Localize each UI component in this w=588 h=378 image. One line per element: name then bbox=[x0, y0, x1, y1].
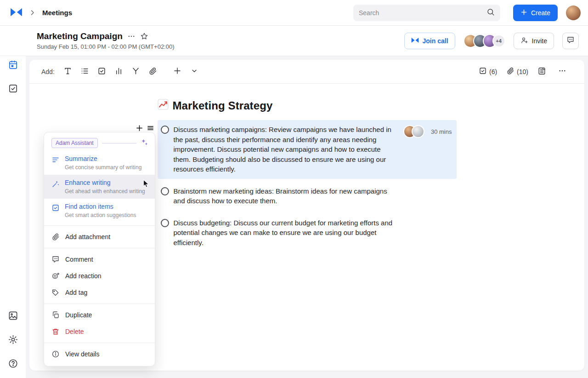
image-icon bbox=[8, 310, 18, 322]
checklist-item[interactable]: Brainstorm new marketing ideas: Brainsto… bbox=[158, 182, 457, 211]
invite-button[interactable]: Invite bbox=[514, 33, 554, 49]
checkbox-icon bbox=[51, 204, 60, 213]
checkbox-icon bbox=[97, 67, 106, 77]
tasks-count: (6) bbox=[489, 68, 497, 75]
paperclip-icon bbox=[51, 233, 60, 241]
chat-bubble-icon bbox=[566, 36, 575, 46]
menu-item-add-reaction[interactable]: Add reaction bbox=[44, 268, 155, 284]
checklist-item-text[interactable]: Discuss budgeting: Discuss our current b… bbox=[174, 218, 396, 248]
menu-item-delete[interactable]: Delete bbox=[44, 323, 155, 340]
paperclip-icon bbox=[148, 67, 157, 77]
add-text-button[interactable] bbox=[61, 65, 75, 79]
add-poll-button[interactable] bbox=[112, 65, 126, 79]
add-list-button[interactable] bbox=[78, 65, 92, 79]
menu-item-description: Get concise summary of writing bbox=[65, 164, 141, 171]
attachments-count-button[interactable]: (10) bbox=[503, 67, 531, 76]
app-logo[interactable] bbox=[10, 7, 23, 18]
duplicate-icon bbox=[51, 311, 60, 319]
meeting-schedule: Sunday Feb 15, 01:00 PM - 02:00 PM (GMT+… bbox=[37, 43, 175, 50]
add-branch-button[interactable] bbox=[129, 65, 143, 79]
drag-handle[interactable] bbox=[147, 124, 155, 132]
calendar-icon bbox=[8, 59, 18, 71]
sidebar-item-media[interactable] bbox=[6, 310, 19, 323]
checkbox-circle[interactable] bbox=[161, 219, 169, 227]
checklist-item-text[interactable]: Discuss marketing campaigns: Review camp… bbox=[174, 125, 396, 174]
participant-overflow-badge[interactable]: +4 bbox=[492, 34, 505, 47]
sidebar-item-help[interactable] bbox=[6, 358, 19, 371]
checklist-item[interactable]: Discuss budgeting: Discuss our current b… bbox=[158, 213, 457, 252]
editor-more-button[interactable] bbox=[555, 65, 569, 79]
meeting-more-button[interactable] bbox=[127, 32, 136, 40]
attachments-count: (10) bbox=[517, 68, 528, 75]
chart-increasing-icon bbox=[158, 99, 169, 113]
magic-wand-icon bbox=[51, 180, 60, 189]
menu-item-enhance-writing[interactable]: Enhance writing Get ahead with enhanced … bbox=[44, 175, 155, 199]
document-heading[interactable]: Marketing Strategy bbox=[158, 99, 457, 113]
checkbox-circle[interactable] bbox=[161, 126, 169, 134]
bar-chart-icon bbox=[114, 67, 123, 77]
checkbox-circle[interactable] bbox=[161, 187, 169, 195]
create-button-label: Create bbox=[531, 9, 550, 17]
search-icon bbox=[486, 8, 495, 18]
search-box[interactable] bbox=[353, 5, 500, 21]
create-button[interactable]: Create bbox=[513, 5, 558, 21]
breadcrumb-chevron-icon[interactable] bbox=[29, 9, 36, 16]
sidebar-item-tasks[interactable] bbox=[6, 83, 19, 96]
menu-item-label: Add reaction bbox=[65, 272, 102, 280]
assistant-chip: Adam Assistant bbox=[51, 138, 98, 148]
menu-item-label: Summarize bbox=[65, 155, 97, 162]
user-avatar[interactable] bbox=[566, 6, 581, 20]
editor-toolbar: Add: bbox=[29, 60, 584, 84]
menu-item-label: Find action items bbox=[65, 203, 113, 210]
meeting-header: Marketing Campaign Sunday Feb 15, 01:00 … bbox=[0, 26, 588, 56]
menu-item-duplicate[interactable]: Duplicate bbox=[44, 307, 155, 323]
search-input[interactable] bbox=[359, 9, 486, 17]
sidebar-item-meetings[interactable] bbox=[6, 59, 19, 72]
menu-item-view-details[interactable]: View details bbox=[44, 346, 155, 362]
dots-horizontal-icon bbox=[558, 67, 566, 76]
menu-item-add-tag[interactable]: Add tag bbox=[44, 284, 155, 301]
invite-label: Invite bbox=[532, 37, 547, 45]
sidebar-item-settings[interactable] bbox=[6, 334, 19, 347]
menu-item-description: Get smart action suggestions bbox=[65, 212, 136, 218]
favorite-star-button[interactable] bbox=[140, 32, 148, 40]
add-block-dropdown[interactable] bbox=[187, 65, 201, 79]
notes-template-button[interactable] bbox=[535, 65, 548, 79]
join-call-button[interactable]: Join call bbox=[404, 33, 455, 49]
add-block-button[interactable] bbox=[170, 65, 184, 79]
bullet-list-icon bbox=[80, 67, 89, 77]
menu-item-summarize[interactable]: Summarize Get concise summary of writing bbox=[44, 151, 155, 175]
comment-icon bbox=[51, 255, 60, 263]
item-duration: 30 mins bbox=[431, 128, 452, 135]
text-icon bbox=[63, 67, 72, 77]
person-plus-icon bbox=[520, 36, 528, 46]
checklist-item-meta: 30 mins bbox=[398, 125, 452, 138]
meeting-chat-button[interactable] bbox=[562, 33, 579, 49]
add-attachment-button[interactable] bbox=[146, 65, 160, 79]
block-handles bbox=[136, 124, 155, 132]
participant-avatars[interactable]: +4 bbox=[464, 34, 505, 48]
paperclip-icon bbox=[506, 67, 514, 76]
assignee-avatar[interactable] bbox=[412, 125, 424, 138]
breadcrumb: Meetings bbox=[42, 9, 72, 17]
insert-block-button[interactable] bbox=[136, 124, 144, 132]
menu-item-find-action-items[interactable]: Find action items Get smart action sugge… bbox=[44, 199, 155, 223]
checklist-item[interactable]: Discuss marketing campaigns: Review camp… bbox=[158, 120, 457, 179]
menu-divider bbox=[44, 304, 155, 304]
menu-divider bbox=[44, 343, 155, 343]
block-context-menu: Adam Assistant Summarize Get concise sum… bbox=[44, 132, 155, 367]
menu-item-comment[interactable]: Comment bbox=[44, 251, 155, 268]
menu-item-label: Delete bbox=[65, 328, 84, 335]
funnel-icon bbox=[131, 67, 140, 77]
checklist-item-text[interactable]: Brainstorm new marketing ideas: Brainsto… bbox=[174, 186, 396, 206]
menu-divider bbox=[44, 225, 155, 226]
tasks-count-button[interactable]: (6) bbox=[476, 67, 500, 76]
document-template-icon bbox=[537, 67, 546, 77]
document-heading-text: Marketing Strategy bbox=[173, 99, 273, 112]
add-checklist-button[interactable] bbox=[95, 65, 109, 79]
menu-item-label: Add attachment bbox=[65, 233, 110, 241]
meeting-title: Marketing Campaign bbox=[37, 31, 123, 41]
plus-icon bbox=[173, 67, 181, 76]
tag-icon bbox=[51, 288, 60, 297]
menu-item-add-attachment[interactable]: Add attachment bbox=[44, 229, 155, 245]
